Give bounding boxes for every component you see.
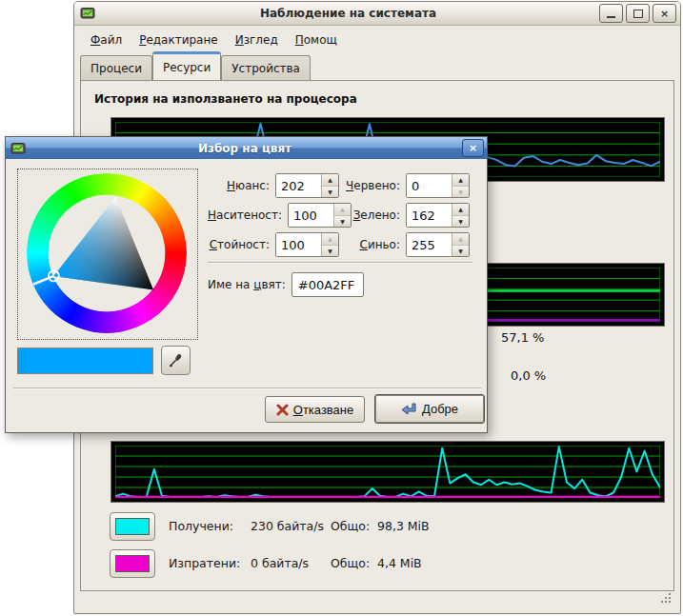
cancel-button[interactable]: Отказване [265, 396, 365, 423]
eyedropper-icon [168, 352, 184, 368]
hue-input[interactable] [276, 174, 321, 197]
menubar: Файл Редактиране Изглед Помощ [76, 28, 678, 52]
hue-row: Нюанс: ▲▼ [208, 173, 339, 198]
main-titlebar[interactable]: Наблюдение на системата × [74, 2, 680, 26]
hue-spin-down[interactable]: ▼ [322, 187, 338, 198]
buttons-separator [13, 387, 481, 389]
hue-label: Нюанс: [208, 179, 275, 192]
red-spin-down[interactable]: ▼ [452, 187, 469, 198]
sent-color-button[interactable] [110, 549, 155, 578]
tab-processes[interactable]: Процеси [80, 55, 152, 80]
green-spin-down[interactable]: ▼ [452, 216, 469, 228]
resize-grip[interactable] [660, 592, 673, 607]
value-row: Стойност: ▲▼ [208, 232, 339, 257]
green-label: Зелено: [345, 209, 406, 222]
ok-button[interactable]: Добре [374, 394, 485, 424]
sent-rate: 0 байта/s [251, 556, 309, 570]
blue-spin-down[interactable]: ▼ [452, 246, 469, 257]
saturation-row: Наситеност: ▲▼ [208, 203, 339, 228]
ok-return-icon [401, 403, 417, 416]
cancel-x-icon [276, 404, 289, 416]
window-controls: × [599, 4, 676, 23]
main-window-title: Наблюдение на системата [97, 7, 599, 20]
blue-input[interactable] [407, 233, 452, 256]
color-picker-dialog: Избор на цвят × Нюа [5, 136, 488, 433]
blue-row: Синьо: ▲▼ [345, 232, 470, 257]
status-bar [76, 590, 678, 611]
red-input[interactable] [407, 174, 452, 197]
green-input[interactable] [407, 204, 452, 227]
menu-help[interactable]: Помощ [287, 30, 346, 50]
close-icon: × [660, 9, 669, 19]
dialog-title: Избор на цвят [28, 142, 462, 155]
blue-label: Синьо: [345, 238, 406, 251]
sent-label: Изпратени: [169, 556, 240, 570]
received-total-label: Общо: [331, 519, 370, 533]
color-name-label: Име на цвят: [208, 278, 291, 291]
dialog-close-icon: × [469, 143, 477, 153]
menu-file[interactable]: Файл [82, 30, 131, 50]
tab-resources[interactable]: Ресурси [152, 51, 221, 80]
menu-edit[interactable]: Редактиране [131, 30, 227, 50]
sent-total: 4,4 MiB [377, 556, 422, 570]
dialog-close-button[interactable]: × [462, 139, 484, 157]
tab-bar: Процеси Ресурси Устройства [80, 54, 674, 80]
received-color-button[interactable] [110, 512, 155, 541]
red-spin-up[interactable]: ▲ [452, 174, 469, 187]
saturation-label: Наситеност: [208, 209, 288, 222]
color-name-input[interactable] [292, 278, 363, 292]
color-wheel-box [17, 169, 198, 340]
fields-separator [208, 262, 472, 264]
color-name-row: Име на цвят: [208, 272, 436, 297]
received-color-swatch [115, 518, 150, 535]
eyedropper-button[interactable] [161, 346, 191, 375]
received-rate: 230 байта/s [251, 519, 324, 533]
value-spin-down[interactable]: ▼ [322, 246, 338, 257]
dialog-app-icon [10, 141, 26, 156]
red-label: Червено: [345, 179, 406, 192]
red-row: Червено: ▲▼ [345, 173, 470, 198]
sent-color-swatch [115, 555, 150, 572]
memory-percent: 57,1 % [501, 330, 544, 345]
received-label: Получени: [169, 519, 233, 533]
received-total: 98,3 MiB [377, 519, 430, 533]
swap-percent: 0,0 % [511, 368, 546, 383]
maximize-button[interactable] [626, 4, 650, 23]
hue-spin-up[interactable]: ▲ [322, 174, 338, 187]
dialog-titlebar[interactable]: Избор на цвят × [6, 137, 487, 159]
tab-devices[interactable]: Устройства [221, 55, 311, 80]
value-label: Стойност: [208, 238, 275, 251]
blue-spin-up[interactable]: ▲ [452, 233, 469, 246]
network-history-chart [110, 441, 665, 503]
value-input[interactable] [276, 233, 321, 256]
current-color-swatch [17, 348, 153, 374]
system-monitor-app-icon [80, 6, 95, 21]
maximize-icon [633, 10, 643, 18]
close-button[interactable]: × [653, 4, 676, 23]
minimize-icon [607, 10, 615, 18]
saturation-input[interactable] [289, 204, 333, 227]
green-row: Зелено: ▲▼ [345, 203, 470, 228]
menu-view[interactable]: Изглед [227, 30, 287, 50]
hue-ring[interactable] [27, 173, 187, 333]
minimize-button[interactable] [599, 4, 623, 23]
sent-total-label: Общо: [331, 556, 370, 570]
green-spin-up[interactable]: ▲ [452, 204, 469, 216]
cpu-history-title: История на използването на процесора [94, 92, 357, 106]
value-spin-up[interactable]: ▲ [322, 233, 338, 246]
